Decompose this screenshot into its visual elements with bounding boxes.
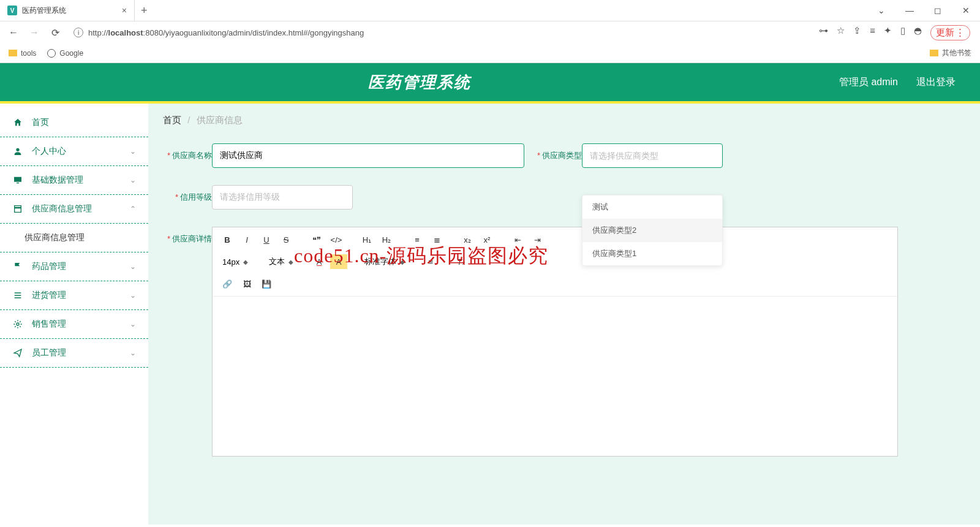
chevron-up-icon: ⌃ <box>130 205 136 213</box>
svg-point-0 <box>17 323 19 325</box>
minimize-icon[interactable]: — <box>895 6 924 15</box>
app-header: 医药管理系统 管理员 admin 退出登录 <box>0 63 980 104</box>
sidebar-item-staff[interactable]: 员工管理 ⌄ <box>0 339 148 368</box>
logout-link[interactable]: 退出登录 <box>916 76 956 89</box>
close-window-icon[interactable]: ✕ <box>952 6 980 15</box>
maximize-icon[interactable]: ◻ <box>924 6 952 15</box>
new-tab-button[interactable]: + <box>135 4 154 17</box>
extensions-icon[interactable]: ✦ <box>884 25 892 40</box>
user-label[interactable]: 管理员 admin <box>839 76 898 89</box>
font-size-select[interactable]: 14px◆ <box>219 257 252 267</box>
breadcrumb-current: 供应商信息 <box>197 115 243 125</box>
sidebar: 首页 个人中心 ⌄ 基础数据管理 ⌄ 供应商信息管理 ⌃ 供应商信息管理 药品管… <box>0 104 148 525</box>
subscript-button[interactable]: x₂ <box>459 232 476 247</box>
supplier-name-input[interactable] <box>212 143 524 168</box>
sidebar-item-personal[interactable]: 个人中心 ⌄ <box>0 137 148 166</box>
share-icon[interactable]: ⇪ <box>853 25 861 40</box>
sidebar-item-drug[interactable]: 药品管理 ⌄ <box>0 252 148 281</box>
superscript-button[interactable]: x² <box>478 232 496 247</box>
reload-button[interactable]: ⟳ <box>47 27 64 39</box>
indent-button[interactable]: ⇤ <box>509 232 526 247</box>
dropdown-option[interactable]: 供应商类型1 <box>582 242 722 265</box>
list-icon[interactable]: ≡ <box>870 25 875 40</box>
chevron-down-icon: ⌄ <box>130 291 136 300</box>
strike-button[interactable]: S <box>277 232 295 247</box>
app-title: 医药管理系统 <box>0 72 839 93</box>
site-info-icon[interactable]: i <box>74 28 83 37</box>
dropdown-option[interactable]: 供应商类型2 <box>582 219 722 242</box>
send-icon <box>12 348 23 358</box>
quote-button[interactable]: ❝❞ <box>308 232 325 247</box>
align-button[interactable]: ≡ <box>422 254 439 269</box>
devices-icon[interactable]: ▯ <box>900 25 905 40</box>
bg-color-button[interactable]: A <box>330 254 347 269</box>
sidebar-item-supplier[interactable]: 供应商信息管理 ⌃ <box>0 195 148 224</box>
sidebar-item-sale[interactable]: 销售管理 ⌄ <box>0 310 148 339</box>
chevron-down-icon[interactable]: ⌄ <box>867 6 895 15</box>
h2-button[interactable]: H₂ <box>378 232 395 247</box>
bold-button[interactable]: B <box>219 232 236 247</box>
font-family-select[interactable]: 标准字体◆ <box>361 256 409 267</box>
h1-button[interactable]: H₁ <box>358 232 375 247</box>
sidebar-item-stock[interactable]: 进货管理 ⌄ <box>0 281 148 310</box>
text-format-select[interactable]: 文本◆ <box>265 256 297 267</box>
folder-icon <box>9 50 17 56</box>
globe-icon <box>47 49 56 58</box>
address-bar: ← → ⟳ i http://localhost:8080/yiyaoguanl… <box>0 21 980 44</box>
sidebar-subitem-supplier-info[interactable]: 供应商信息管理 <box>0 224 148 252</box>
sidebar-item-basedata[interactable]: 基础数据管理 ⌄ <box>0 166 148 195</box>
chevron-down-icon: ⌄ <box>130 320 136 328</box>
credit-level-select[interactable]: 请选择信用等级 <box>212 185 353 210</box>
italic-button[interactable]: I <box>238 232 255 247</box>
key-icon[interactable]: ⊶ <box>819 25 828 40</box>
chevron-down-icon: ⌄ <box>130 262 136 271</box>
field-supplier-name: *供应商名称 <box>163 143 524 168</box>
supplier-type-select[interactable] <box>582 143 723 168</box>
monitor-icon <box>12 175 23 185</box>
browser-tab[interactable]: V 医药管理系统 × <box>0 0 135 21</box>
chevron-down-icon: ⌄ <box>130 349 136 357</box>
browser-tab-bar: V 医药管理系统 × + ⌄ — ◻ ✕ <box>0 0 980 21</box>
update-button[interactable]: 更新 ⋮ <box>930 25 970 40</box>
bookmarks-bar: tools Google 其他书签 <box>0 44 980 63</box>
underline-button[interactable]: U <box>258 232 275 247</box>
field-supplier-type: *供应商类型 测试 供应商类型2 供应商类型1 <box>533 143 723 168</box>
link-button[interactable]: 🔗 <box>219 276 236 291</box>
supplier-type-dropdown: 测试 供应商类型2 供应商类型1 <box>582 195 723 266</box>
star-icon[interactable]: ☆ <box>837 25 845 40</box>
box-icon <box>12 204 23 214</box>
home-icon <box>12 118 23 127</box>
code-button[interactable]: </> <box>328 232 345 247</box>
gear-icon <box>12 319 23 329</box>
field-credit-level: *信用等级 请选择信用等级 <box>163 185 353 210</box>
forward-button[interactable]: → <box>26 27 43 38</box>
tab-title: 医药管理系统 <box>22 6 66 16</box>
other-bookmarks[interactable]: 其他书签 <box>930 48 971 58</box>
editor-body[interactable] <box>213 297 897 456</box>
ordered-list-button[interactable]: ≡ <box>409 232 426 247</box>
profile-icon[interactable]: ◓ <box>914 25 922 40</box>
address-actions: ⊶ ☆ ⇪ ≡ ✦ ▯ ◓ 更新 ⋮ <box>819 25 975 40</box>
user-icon <box>12 146 23 156</box>
save-button[interactable]: 💾 <box>258 276 275 291</box>
image-button[interactable]: 🖼 <box>238 276 255 291</box>
main-content: 首页 / 供应商信息 *供应商名称 *供应商类型 测试 供应商类型2 供应商类型… <box>148 104 980 525</box>
list-icon <box>12 290 23 300</box>
editor-toolbar: B I U S ❝❞ </> H₁ H₂ ≡ ≣ x₂ x² <box>213 227 897 297</box>
bookmark-tools[interactable]: tools <box>9 49 36 58</box>
unordered-list-button[interactable]: ≣ <box>428 232 445 247</box>
flag-icon <box>12 262 23 271</box>
dropdown-option[interactable]: 测试 <box>582 195 722 219</box>
clear-format-button[interactable]: Tₓ <box>453 254 470 269</box>
outdent-button[interactable]: ⇥ <box>529 232 546 247</box>
back-button[interactable]: ← <box>5 27 22 38</box>
close-tab-icon[interactable]: × <box>122 6 127 15</box>
bookmark-google[interactable]: Google <box>47 49 83 58</box>
breadcrumb-home[interactable]: 首页 <box>163 115 181 125</box>
folder-icon <box>930 50 938 56</box>
sidebar-item-home[interactable]: 首页 <box>0 108 148 137</box>
text-color-button[interactable]: A <box>311 254 328 269</box>
window-controls: ⌄ — ◻ ✕ <box>867 6 980 15</box>
chevron-down-icon: ⌄ <box>130 147 136 156</box>
url-input[interactable]: i http://localhost:8080/yiyaoguanlixiton… <box>67 24 815 41</box>
